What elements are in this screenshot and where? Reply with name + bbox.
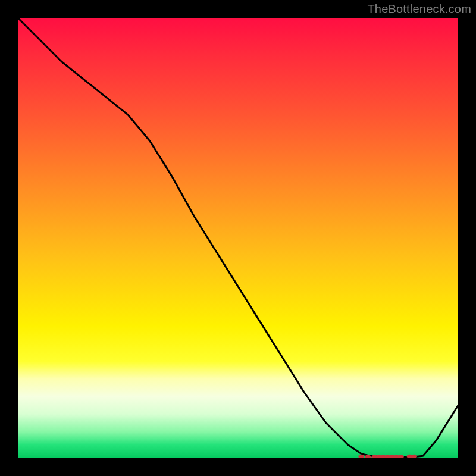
chart-line	[18, 18, 458, 458]
floor-marker-icon	[358, 455, 364, 458]
floor-marker-icon	[398, 455, 404, 458]
chart-svg	[18, 18, 458, 458]
watermark-text: TheBottleneck.com	[367, 2, 471, 16]
floor-marker-icon	[411, 455, 417, 458]
plot-area	[18, 18, 458, 458]
chart-frame: TheBottleneck.com	[0, 0, 476, 476]
chart-markers-group	[358, 455, 417, 458]
